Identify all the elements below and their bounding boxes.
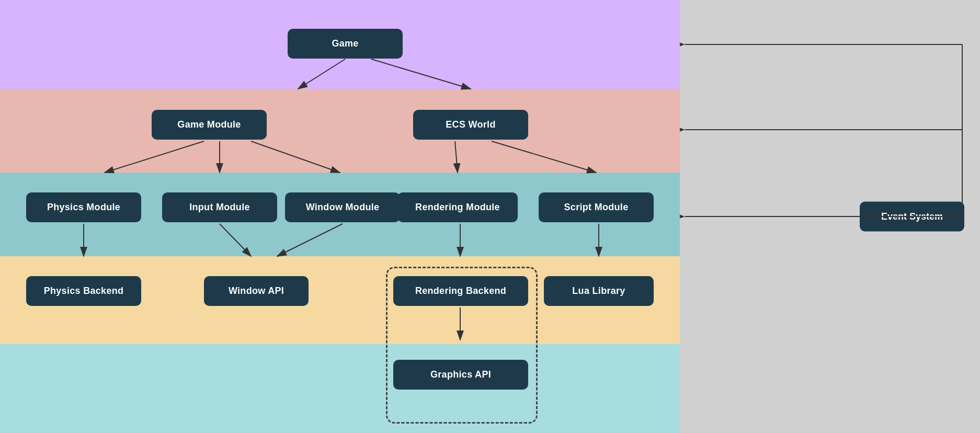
node-game: Game bbox=[288, 29, 403, 59]
node-input-module: Input Module bbox=[162, 192, 277, 222]
node-rendering-module: Rendering Module bbox=[397, 192, 518, 222]
node-physics-backend: Physics Backend bbox=[26, 276, 141, 306]
diagram-area: Game Game Module ECS World Physics Modul… bbox=[0, 0, 680, 433]
node-window-api: Window API bbox=[204, 276, 309, 306]
node-script-module: Script Module bbox=[539, 192, 654, 222]
layer-graphics-bg bbox=[0, 344, 680, 433]
node-physics-module: Physics Module bbox=[26, 192, 141, 222]
node-window-module: Window Module bbox=[285, 192, 400, 222]
node-graphics-api: Graphics API bbox=[393, 360, 528, 390]
node-game-module: Game Module bbox=[152, 110, 267, 140]
node-lua-library: Lua Library bbox=[544, 276, 654, 306]
node-event-system: Event System bbox=[860, 202, 964, 232]
node-ecs-world: ECS World bbox=[413, 110, 528, 140]
node-rendering-backend: Rendering Backend bbox=[393, 276, 528, 306]
layer-modules-bg bbox=[0, 89, 680, 173]
sidebar: Event System bbox=[680, 0, 980, 433]
